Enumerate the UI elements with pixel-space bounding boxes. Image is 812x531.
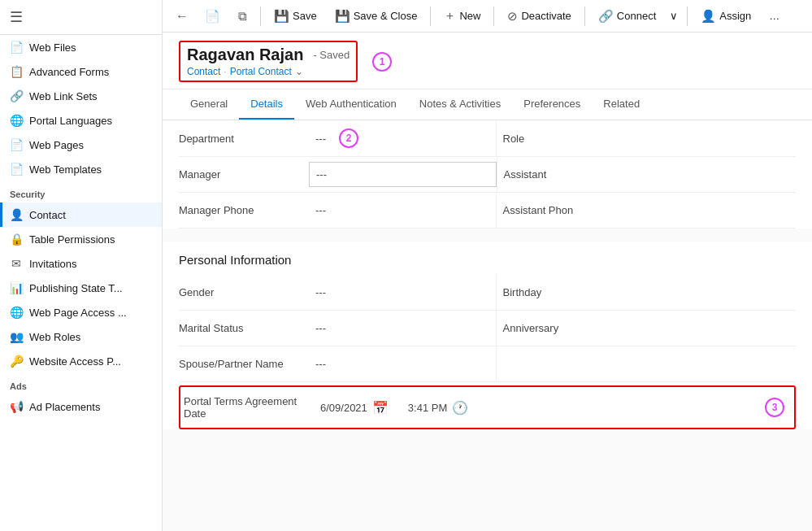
assistant-label: Assistant	[497, 157, 610, 192]
invitations-icon: ✉	[10, 257, 23, 270]
new-button[interactable]: ＋ New	[436, 5, 489, 27]
sidebar-group-main: 📄 Web Files 📋 Advanced Forms 🔗 Web Link …	[0, 35, 162, 181]
anniversary-label: Anniversary	[496, 311, 610, 346]
connect-button[interactable]: 🔗 Connect	[590, 6, 664, 27]
assistant-phone-label: Assistant Phon	[496, 193, 610, 228]
portal-languages-icon: 🌐	[10, 114, 23, 127]
tab-notes[interactable]: Notes & Activities	[408, 89, 512, 120]
more-button[interactable]: …	[761, 7, 788, 25]
new-window-icon: ⧉	[238, 9, 247, 24]
sidebar-item-table-permissions[interactable]: 🔒 Table Permissions	[0, 227, 162, 251]
sidebar-item-invitations[interactable]: ✉ Invitations	[0, 251, 162, 276]
manager-label: Manager	[179, 157, 309, 192]
spouse-right-value	[610, 346, 797, 381]
sidebar-item-web-link-sets[interactable]: 🔗 Web Link Sets	[0, 84, 162, 108]
portal-terms-value: 6/09/2021 📅 3:41 PM 🕐	[314, 387, 758, 428]
manager-row: Manager --- Assistant	[179, 157, 796, 193]
tab-preferences[interactable]: Preferences	[512, 89, 592, 120]
assign-button[interactable]: 👤 Assign	[693, 6, 759, 27]
section-divider	[163, 229, 812, 235]
deactivate-icon: ⊘	[507, 9, 518, 24]
record-title-box: Ragavan Rajan - Saved Contact · Portal C…	[179, 41, 358, 82]
sidebar-item-portal-languages[interactable]: 🌐 Portal Languages	[0, 108, 162, 133]
manager-phone-label: Manager Phone	[179, 193, 309, 228]
gender-label: Gender	[179, 275, 309, 310]
toolbar-separator-4	[584, 7, 585, 26]
manager-phone-value: ---	[309, 193, 496, 228]
sidebar-item-website-access[interactable]: 🔑 Website Access P...	[0, 349, 162, 373]
toolbar: ← 📄 ⧉ 💾 Save 💾 Save & Close ＋ New ⊘ Deac…	[163, 0, 812, 33]
breadcrumb-contact[interactable]: Contact	[187, 66, 220, 77]
portal-terms-time[interactable]: 3:41 PM	[408, 402, 447, 414]
tab-web-auth[interactable]: Web Authentication	[294, 89, 408, 120]
breadcrumb-arrow[interactable]: ⌄	[295, 66, 303, 77]
sidebar-item-web-roles[interactable]: 👥 Web Roles	[0, 324, 162, 349]
portal-terms-row: Portal Terms Agreement Date 6/09/2021 📅 …	[179, 385, 796, 429]
sidebar-menu-button[interactable]: ☰	[0, 0, 162, 35]
sidebar-item-ad-placements[interactable]: 📢 Ad Placements	[0, 394, 162, 419]
assistant-value	[610, 157, 797, 192]
main-panel: ← 📄 ⧉ 💾 Save 💾 Save & Close ＋ New ⊘ Deac…	[163, 0, 812, 531]
toolbar-separator-2	[430, 7, 431, 26]
gender-value: ---	[309, 275, 496, 310]
department-value: --- 2	[309, 120, 496, 156]
table-permissions-icon: 🔒	[10, 233, 23, 246]
sidebar-item-web-page-access[interactable]: 🌐 Web Page Access ...	[0, 300, 162, 324]
back-button[interactable]: ←	[169, 6, 195, 27]
website-access-icon: 🔑	[10, 355, 23, 368]
hamburger-icon: ☰	[10, 8, 23, 26]
record-header: Ragavan Rajan - Saved Contact · Portal C…	[163, 33, 812, 89]
portal-terms-date[interactable]: 6/09/2021	[320, 402, 367, 414]
form-content: Department --- 2 Role Manager --- Assist…	[163, 120, 812, 531]
sidebar-item-web-pages[interactable]: 📄 Web Pages	[0, 133, 162, 157]
sidebar-item-web-files[interactable]: 📄 Web Files	[0, 35, 162, 59]
bottom-spacer	[163, 433, 812, 449]
manager-value[interactable]: ---	[309, 162, 497, 187]
deactivate-button[interactable]: ⊘ Deactivate	[499, 6, 579, 27]
web-roles-icon: 👥	[10, 330, 23, 343]
web-page-access-icon: 🌐	[10, 306, 23, 319]
advanced-forms-icon: 📋	[10, 65, 23, 78]
calendar-icon[interactable]: 📅	[372, 400, 389, 416]
save-button[interactable]: 💾 Save	[266, 6, 325, 27]
record-name: Ragavan Rajan	[187, 46, 303, 64]
role-label: Role	[496, 120, 610, 156]
birthday-label: Birthday	[496, 275, 610, 310]
web-link-sets-icon: 🔗	[10, 89, 23, 102]
new-window-button[interactable]: ⧉	[230, 6, 255, 27]
assign-icon: 👤	[701, 9, 716, 24]
marital-status-label: Marital Status	[179, 311, 309, 346]
clock-icon[interactable]: 🕐	[452, 400, 468, 416]
portal-terms-time-field: 3:41 PM 🕐	[408, 400, 468, 416]
form-section-top: Department --- 2 Role Manager --- Assist…	[163, 120, 812, 229]
web-files-icon: 📄	[10, 41, 23, 54]
ad-placements-icon: 📢	[10, 400, 23, 413]
breadcrumb-portal[interactable]: Portal Contact	[230, 66, 292, 77]
tab-related[interactable]: Related	[592, 89, 651, 120]
record-status: - Saved	[313, 49, 350, 61]
save-close-icon: 💾	[335, 9, 350, 24]
gender-row: Gender --- Birthday	[179, 275, 796, 311]
save-close-button[interactable]: 💾 Save & Close	[327, 6, 426, 27]
page-icon: 📄	[205, 9, 220, 24]
security-section-label: Security	[0, 181, 162, 202]
role-value	[610, 120, 797, 156]
tab-details[interactable]: Details	[239, 89, 294, 120]
sidebar-item-web-templates[interactable]: 📄 Web Templates	[0, 157, 162, 181]
anniversary-value	[610, 311, 797, 346]
page-view-button[interactable]: 📄	[197, 6, 228, 27]
sidebar-item-publishing-state[interactable]: 📊 Publishing State T...	[0, 276, 162, 300]
sidebar-item-advanced-forms[interactable]: 📋 Advanced Forms	[0, 59, 162, 84]
tab-general[interactable]: General	[179, 89, 239, 120]
annotation-2: 2	[339, 128, 358, 148]
connect-dropdown[interactable]: ∨	[666, 7, 682, 25]
new-icon: ＋	[444, 8, 456, 24]
sidebar-item-contact[interactable]: 👤 Contact	[0, 202, 162, 227]
manager-phone-row: Manager Phone --- Assistant Phon	[179, 193, 796, 229]
save-icon: 💾	[274, 9, 289, 24]
spouse-name-label: Spouse/Partner Name	[179, 346, 309, 381]
web-templates-icon: 📄	[10, 163, 23, 176]
annotation-1: 1	[372, 52, 392, 72]
toolbar-separator-5	[687, 7, 688, 26]
portal-terms-date-field: 6/09/2021 📅	[320, 400, 389, 416]
